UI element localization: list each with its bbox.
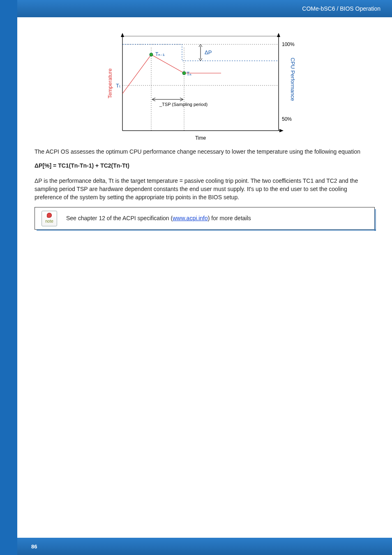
svg-point-12 [182, 71, 186, 75]
page-number: 86 [31, 543, 37, 550]
note-shadow [37, 229, 376, 231]
svg-marker-6 [277, 33, 280, 37]
x-axis-label: Time [195, 135, 206, 141]
note-text: See chapter 12 of the ACPI specification… [66, 215, 251, 221]
tn-1-label: Tₙ₋₁ [155, 51, 165, 57]
note-callout: note See chapter 12 of the ACPI specific… [35, 207, 375, 229]
y-right-axis-label: CPU Performance [290, 58, 296, 101]
y-left-axis-label: Temperature [107, 69, 113, 99]
header-breadcrumb: COMe-bSC6 / BIOS Operation [17, 0, 392, 17]
page-content: Temperature CPU Performance Tₜ 100% 50% … [17, 17, 392, 538]
temperature-performance-chart: Temperature CPU Performance Tₜ 100% 50% … [98, 32, 311, 145]
note-icon-label: note [45, 219, 53, 225]
paragraph-intro: The ACPI OS assesses the optimum CPU per… [35, 147, 375, 156]
note-icon: note [42, 211, 57, 226]
note-text-post: ) for more details [208, 215, 251, 221]
tick-100: 100% [282, 41, 295, 47]
tsp-label: _TSP (Sampling period) [159, 102, 208, 107]
chart-container: Temperature CPU Performance Tₜ 100% 50% … [35, 32, 375, 145]
svg-marker-4 [279, 129, 284, 132]
svg-point-11 [150, 53, 153, 56]
svg-marker-2 [121, 33, 124, 37]
paragraph-explanation: ΔP is the performance delta, Tt is the t… [35, 177, 375, 202]
tt-tick: Tₜ [116, 83, 121, 89]
tick-50: 50% [282, 116, 292, 122]
note-text-pre: See chapter 12 of the ACPI specification… [66, 215, 173, 221]
acpi-link[interactable]: www.acpi.info [173, 215, 208, 221]
equation: ΔP[%] = TC1(Tn-Tn-1) + TC2(Tn-Tt) [35, 161, 375, 170]
footer: 86 [17, 538, 392, 555]
tn-label: Tₙ [187, 71, 191, 77]
breadcrumb-text: COMe-bSC6 / BIOS Operation [302, 5, 380, 12]
delta-p-label: ΔP [205, 49, 212, 55]
